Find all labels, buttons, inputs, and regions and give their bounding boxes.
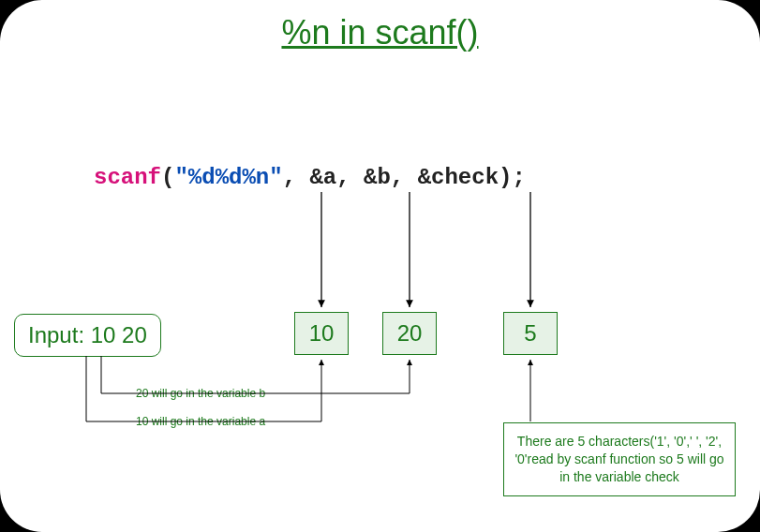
code-line: scanf("%d%d%n", &a, &b, &check);	[94, 165, 526, 190]
value-box-check: 5	[503, 312, 558, 355]
code-args: , &a, &b, &check);	[283, 165, 526, 190]
value-box-a: 10	[294, 312, 349, 355]
input-box: Input: 10 20	[14, 314, 161, 357]
code-format-string: "%d%d%n"	[174, 165, 282, 190]
caption-b: 20 will go in the variable b	[136, 387, 265, 400]
explanation-box: There are 5 characters('1', '0',' ', '2'…	[503, 422, 736, 496]
code-open-paren: (	[161, 165, 174, 190]
page-title: %n in scanf()	[0, 13, 760, 52]
caption-a: 10 will go in the variable a	[136, 415, 265, 428]
code-function: scanf	[94, 165, 161, 190]
value-box-b: 20	[382, 312, 437, 355]
